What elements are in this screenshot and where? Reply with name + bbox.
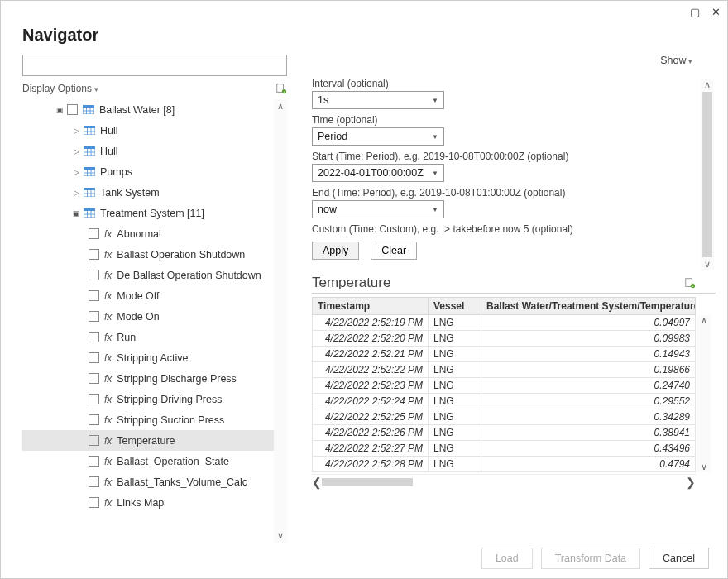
checkbox[interactable] [89,270,99,280]
expand-toggle-icon[interactable]: ▷ [72,127,80,135]
tree-item[interactable]: fxMode On [22,306,274,327]
table-row[interactable]: 4/22/2022 2:52:22 PMLNG0.19866 [313,362,696,378]
interval-combo[interactable]: 1s▼ [312,91,444,109]
tree-folder[interactable]: ▣Treatment System [11] [22,203,274,223]
tree-item-label: Mode On [117,311,159,323]
scroll-up-icon[interactable]: ∧ [704,79,711,90]
checkbox[interactable] [89,414,99,425]
cell-vessel: LNG [429,409,481,425]
tree-item[interactable]: fxBallast Operation Shutdown [22,244,274,265]
tree-item[interactable]: fxTemperature [22,430,274,451]
scroll-down-icon[interactable]: ∨ [701,462,707,472]
tree-item[interactable]: fxStripping Active [22,347,274,368]
checkbox[interactable] [89,476,99,487]
scroll-up-icon[interactable]: ∧ [701,315,707,326]
table-row[interactable]: 4/22/2022 2:52:20 PMLNG0.09983 [313,331,696,347]
tree-item[interactable]: fxAbnormal [22,223,274,244]
fx-icon: fx [104,352,112,364]
checkbox[interactable] [89,249,99,260]
transform-data-button[interactable]: Transform Data [541,548,640,569]
page-title: Navigator [22,26,706,45]
show-dropdown[interactable]: Show [660,55,692,66]
tree-folder[interactable]: ▷Pumps [22,161,274,182]
checkbox[interactable] [89,332,99,342]
checkbox[interactable] [89,394,99,404]
cancel-button[interactable]: Cancel [649,548,709,569]
tree-item-label: Mode Off [117,290,159,302]
tree-folder[interactable]: ▷Hull [22,141,274,161]
column-header[interactable]: Vessel [429,298,481,315]
checkbox[interactable] [89,228,99,239]
tree-item-label: Ballast Operation Shutdown [117,249,245,261]
tree-item[interactable]: fxStripping Driving Press [22,389,274,409]
fx-icon: fx [104,456,112,467]
tree-folder[interactable]: ▷Hull [22,120,274,141]
form-scrollbar[interactable]: ∧ ∨ [701,79,714,270]
table-row[interactable]: 4/22/2022 2:52:23 PMLNG0.24740 [313,378,696,394]
chevron-down-icon: ▼ [432,170,438,177]
table-row[interactable]: 4/22/2022 2:52:21 PMLNG0.14943 [313,347,696,362]
tree-item[interactable]: fxMode Off [22,285,274,306]
table-row[interactable]: 4/22/2022 2:52:26 PMLNG0.38941 [313,425,696,441]
hscroll-thumb[interactable] [322,478,413,486]
cell-value: 0.24740 [481,378,696,394]
expand-toggle-icon[interactable]: ▣ [55,106,64,114]
apply-button[interactable]: Apply [312,242,359,260]
scrollbar-thumb[interactable] [702,92,712,257]
tree-view[interactable]: ▣Ballast Water [8]▷Hull▷Hull▷Pumps▷Tank … [22,99,274,543]
scroll-up-icon[interactable]: ∧ [277,99,284,113]
tree-folder[interactable]: ▣Ballast Water [8] [22,99,274,120]
fx-icon: fx [104,373,112,385]
table-row[interactable]: 4/22/2022 2:52:28 PMLNG0.4794 [313,457,696,472]
checkbox[interactable] [89,352,99,363]
tree-folder[interactable]: ▷Tank System [22,182,274,203]
table-row[interactable]: 4/22/2022 2:52:19 PMLNG0.04997 [313,315,696,331]
grid-hscrollbar[interactable]: ❮ ❯ [312,474,696,489]
tree-item[interactable]: fxStripping Suction Press [22,409,274,430]
column-header[interactable]: Ballast Water/Treatment System/Temperatu… [481,298,696,315]
tree-item[interactable]: fxBallast_Operation_State [22,451,274,471]
maximize-icon[interactable]: ▢ [690,6,700,18]
checkbox[interactable] [89,290,99,301]
close-icon[interactable]: ✕ [711,6,721,18]
load-button[interactable]: Load [481,548,533,569]
end-combo[interactable]: now▼ [312,200,444,218]
scroll-right-icon[interactable]: ❯ [686,476,696,489]
start-combo[interactable]: 2022-04-01T00:00:00Z▼ [312,164,444,182]
tree-item[interactable]: fxStripping Discharge Press [22,368,274,389]
refresh-icon[interactable]: + [275,83,287,94]
checkbox[interactable] [89,497,99,508]
table-row[interactable]: 4/22/2022 2:52:27 PMLNG0.43496 [313,441,696,457]
tree-item[interactable]: fxLinks Map [22,492,274,513]
column-header[interactable]: Timestamp [313,298,429,315]
tree-item[interactable]: fxRun [22,327,274,347]
checkbox[interactable] [89,373,99,384]
scroll-down-icon[interactable]: ∨ [704,259,711,270]
cell-value: 0.29552 [481,394,696,409]
table-row[interactable]: 4/22/2022 2:52:24 PMLNG0.29552 [313,394,696,409]
expand-toggle-icon[interactable]: ▷ [72,189,80,197]
expand-toggle-icon[interactable]: ▷ [72,147,80,156]
preview-table: TimestampVesselBallast Water/Treatment S… [312,297,696,472]
display-options-dropdown[interactable]: Display Options [22,83,98,94]
time-combo[interactable]: Period▼ [312,127,444,146]
fx-icon: fx [104,311,112,323]
checkbox[interactable] [89,456,99,467]
cell-value: 0.38941 [481,425,696,441]
expand-toggle-icon[interactable]: ▣ [72,209,80,218]
tree-item[interactable]: fxBallast_Tanks_Volume_Calc [22,471,274,492]
fx-icon: fx [104,476,112,488]
checkbox[interactable] [67,104,78,115]
scroll-left-icon[interactable]: ❮ [312,476,322,489]
checkbox[interactable] [89,435,99,446]
search-input[interactable] [22,55,287,76]
expand-toggle-icon[interactable]: ▷ [72,168,80,176]
grid-scrollbar[interactable]: ∧ ∨ [697,315,711,472]
table-row[interactable]: 4/22/2022 2:52:25 PMLNG0.34289 [313,409,696,425]
checkbox[interactable] [89,311,99,322]
tree-item[interactable]: fxDe Ballast Operation Shutdown [22,265,274,285]
tree-scrollbar[interactable]: ∧ ∨ [274,99,287,543]
preview-refresh-icon[interactable]: + [684,277,696,289]
clear-button[interactable]: Clear [371,242,417,260]
cell-timestamp: 4/22/2022 2:52:23 PM [313,378,429,394]
